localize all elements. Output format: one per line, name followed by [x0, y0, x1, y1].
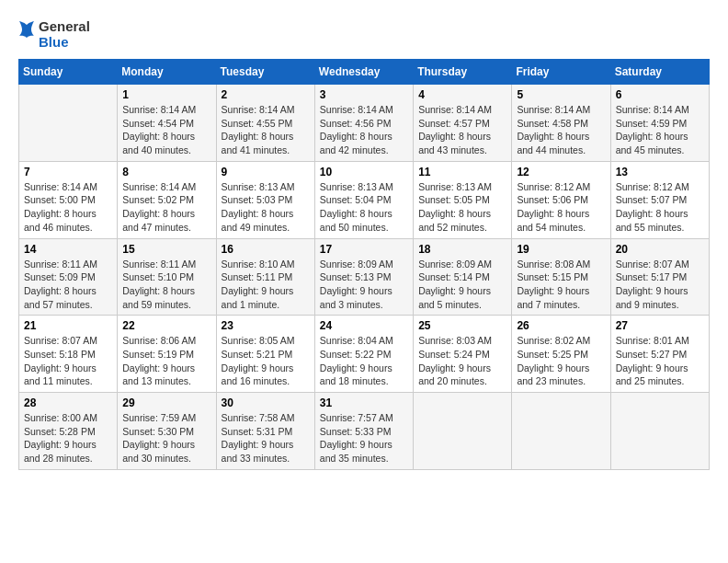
calendar-cell: 17Sunrise: 8:09 AMSunset: 5:13 PMDayligh… [314, 238, 413, 316]
calendar-cell: 16Sunrise: 8:10 AMSunset: 5:11 PMDayligh… [216, 238, 314, 316]
calendar-cell: 12Sunrise: 8:12 AMSunset: 5:06 PMDayligh… [512, 161, 610, 238]
day-number: 27 [616, 319, 704, 332]
calendar-cell: 10Sunrise: 8:13 AMSunset: 5:04 PMDayligh… [314, 161, 413, 238]
cell-content: Sunrise: 8:09 AMSunset: 5:14 PMDaylight:… [418, 258, 506, 312]
cell-content: Sunrise: 8:03 AMSunset: 5:24 PMDaylight:… [418, 334, 506, 388]
cell-content: Sunrise: 8:14 AMSunset: 5:00 PMDaylight:… [24, 180, 112, 235]
day-number: 7 [24, 166, 112, 178]
calendar-cell: 18Sunrise: 8:09 AMSunset: 5:14 PMDayligh… [414, 238, 512, 316]
cell-content: Sunrise: 7:58 AMSunset: 5:31 PMDaylight:… [222, 411, 310, 465]
calendar-cell: 2Sunrise: 8:14 AMSunset: 4:55 PMDaylight… [216, 85, 314, 162]
day-number: 8 [122, 166, 210, 178]
logo: General Blue [18, 18, 90, 50]
day-number: 20 [616, 243, 704, 256]
day-number: 16 [222, 243, 310, 256]
cell-content: Sunrise: 8:07 AMSunset: 5:18 PMDaylight:… [24, 334, 112, 388]
day-headers-row: SundayMondayTuesdayWednesdayThursdayFrid… [19, 60, 710, 85]
day-header-wednesday: Wednesday [314, 60, 413, 85]
calendar-cell: 7Sunrise: 8:14 AMSunset: 5:00 PMDaylight… [19, 161, 118, 238]
day-number: 6 [616, 88, 704, 101]
calendar-cell: 3Sunrise: 8:14 AMSunset: 4:56 PMDaylight… [314, 85, 413, 162]
cell-content: Sunrise: 8:01 AMSunset: 5:27 PMDaylight:… [616, 334, 704, 388]
day-number: 2 [222, 88, 310, 101]
day-number: 3 [320, 88, 408, 101]
calendar-cell: 22Sunrise: 8:06 AMSunset: 5:19 PMDayligh… [118, 316, 216, 393]
logo-blue-text: Blue [39, 34, 90, 50]
day-header-tuesday: Tuesday [216, 60, 314, 85]
day-number: 31 [320, 396, 408, 409]
day-number: 12 [517, 166, 605, 178]
cell-content: Sunrise: 8:14 AMSunset: 4:57 PMDaylight:… [418, 103, 506, 157]
calendar-cell: 19Sunrise: 8:08 AMSunset: 5:15 PMDayligh… [512, 238, 610, 316]
cell-content: Sunrise: 8:14 AMSunset: 4:56 PMDaylight:… [320, 103, 408, 157]
calendar-cell: 4Sunrise: 8:14 AMSunset: 4:57 PMDaylight… [414, 85, 512, 162]
day-number: 1 [122, 88, 210, 101]
cell-content: Sunrise: 7:57 AMSunset: 5:33 PMDaylight:… [320, 411, 408, 465]
calendar-cell: 29Sunrise: 7:59 AMSunset: 5:30 PMDayligh… [118, 393, 216, 470]
day-number: 26 [517, 319, 605, 332]
calendar-cell: 30Sunrise: 7:58 AMSunset: 5:31 PMDayligh… [216, 393, 314, 470]
day-number: 9 [222, 166, 310, 178]
day-number: 29 [122, 396, 210, 409]
calendar-cell: 11Sunrise: 8:13 AMSunset: 5:05 PMDayligh… [414, 161, 512, 238]
cell-content: Sunrise: 8:13 AMSunset: 5:03 PMDaylight:… [222, 180, 310, 235]
calendar-cell: 9Sunrise: 8:13 AMSunset: 5:03 PMDaylight… [216, 161, 314, 238]
calendar-week-5: 28Sunrise: 8:00 AMSunset: 5:28 PMDayligh… [19, 393, 710, 470]
cell-content: Sunrise: 8:13 AMSunset: 5:05 PMDaylight:… [418, 180, 506, 235]
calendar-cell: 27Sunrise: 8:01 AMSunset: 5:27 PMDayligh… [610, 316, 709, 393]
calendar-cell [610, 393, 709, 470]
day-number: 18 [418, 243, 506, 256]
cell-content: Sunrise: 8:12 AMSunset: 5:06 PMDaylight:… [517, 180, 605, 235]
calendar-week-2: 7Sunrise: 8:14 AMSunset: 5:00 PMDaylight… [19, 161, 710, 238]
day-number: 19 [517, 243, 605, 256]
logo-bird-icon [18, 20, 35, 48]
cell-content: Sunrise: 8:10 AMSunset: 5:11 PMDaylight:… [222, 258, 310, 312]
calendar-cell: 8Sunrise: 8:14 AMSunset: 5:02 PMDaylight… [118, 161, 216, 238]
calendar-cell: 5Sunrise: 8:14 AMSunset: 4:58 PMDaylight… [512, 85, 610, 162]
day-number: 14 [24, 243, 112, 256]
calendar-week-1: 1Sunrise: 8:14 AMSunset: 4:54 PMDaylight… [19, 85, 710, 162]
calendar-cell [512, 393, 610, 470]
day-number: 11 [418, 166, 506, 178]
day-number: 22 [122, 319, 210, 332]
calendar-cell: 31Sunrise: 7:57 AMSunset: 5:33 PMDayligh… [314, 393, 413, 470]
day-number: 5 [517, 88, 605, 101]
cell-content: Sunrise: 8:12 AMSunset: 5:07 PMDaylight:… [616, 180, 704, 235]
page-header: General Blue [18, 18, 710, 50]
day-number: 10 [320, 166, 408, 178]
calendar-cell: 13Sunrise: 8:12 AMSunset: 5:07 PMDayligh… [610, 161, 709, 238]
cell-content: Sunrise: 8:06 AMSunset: 5:19 PMDaylight:… [122, 334, 210, 388]
cell-content: Sunrise: 8:11 AMSunset: 5:09 PMDaylight:… [24, 258, 112, 312]
calendar-cell [19, 85, 118, 162]
cell-content: Sunrise: 7:59 AMSunset: 5:30 PMDaylight:… [122, 411, 210, 465]
day-header-saturday: Saturday [610, 60, 709, 85]
cell-content: Sunrise: 8:07 AMSunset: 5:17 PMDaylight:… [616, 258, 704, 312]
calendar-cell: 20Sunrise: 8:07 AMSunset: 5:17 PMDayligh… [610, 238, 709, 316]
day-number: 24 [320, 319, 408, 332]
day-header-monday: Monday [118, 60, 216, 85]
cell-content: Sunrise: 8:00 AMSunset: 5:28 PMDaylight:… [24, 411, 112, 465]
day-number: 25 [418, 319, 506, 332]
calendar-week-3: 14Sunrise: 8:11 AMSunset: 5:09 PMDayligh… [19, 238, 710, 316]
calendar-cell: 25Sunrise: 8:03 AMSunset: 5:24 PMDayligh… [414, 316, 512, 393]
day-header-thursday: Thursday [414, 60, 512, 85]
cell-content: Sunrise: 8:05 AMSunset: 5:21 PMDaylight:… [222, 334, 310, 388]
cell-content: Sunrise: 8:08 AMSunset: 5:15 PMDaylight:… [517, 258, 605, 312]
calendar-cell: 23Sunrise: 8:05 AMSunset: 5:21 PMDayligh… [216, 316, 314, 393]
cell-content: Sunrise: 8:14 AMSunset: 4:59 PMDaylight:… [616, 103, 704, 157]
cell-content: Sunrise: 8:04 AMSunset: 5:22 PMDaylight:… [320, 334, 408, 388]
day-number: 23 [222, 319, 310, 332]
day-number: 17 [320, 243, 408, 256]
day-header-friday: Friday [512, 60, 610, 85]
cell-content: Sunrise: 8:14 AMSunset: 5:02 PMDaylight:… [122, 180, 210, 235]
day-number: 28 [24, 396, 112, 409]
cell-content: Sunrise: 8:13 AMSunset: 5:04 PMDaylight:… [320, 180, 408, 235]
calendar-cell: 24Sunrise: 8:04 AMSunset: 5:22 PMDayligh… [314, 316, 413, 393]
calendar-table: SundayMondayTuesdayWednesdayThursdayFrid… [18, 59, 710, 470]
logo-general-text: General [39, 18, 90, 34]
calendar-week-4: 21Sunrise: 8:07 AMSunset: 5:18 PMDayligh… [19, 316, 710, 393]
calendar-cell: 6Sunrise: 8:14 AMSunset: 4:59 PMDaylight… [610, 85, 709, 162]
day-number: 4 [418, 88, 506, 101]
cell-content: Sunrise: 8:09 AMSunset: 5:13 PMDaylight:… [320, 258, 408, 312]
cell-content: Sunrise: 8:14 AMSunset: 4:55 PMDaylight:… [222, 103, 310, 157]
